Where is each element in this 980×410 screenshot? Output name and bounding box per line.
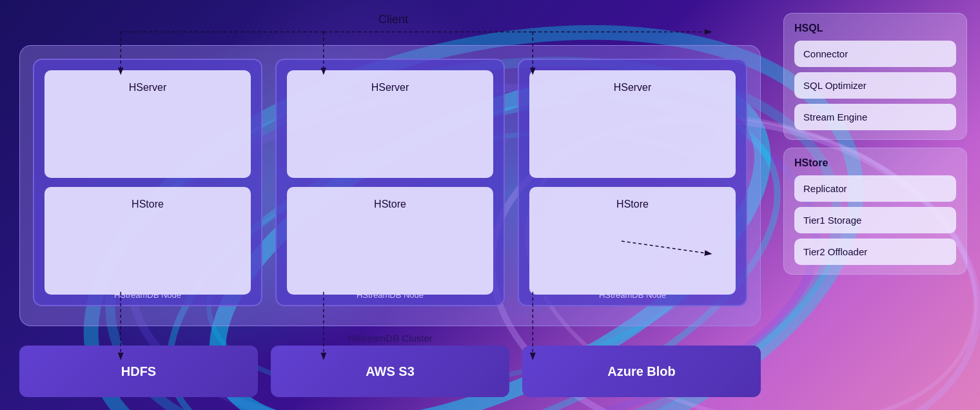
hsql-item-sql-optimizer: SQL Optimizer <box>794 72 956 99</box>
hstore-item-replicator: Replicator <box>794 175 956 202</box>
node-label-3: HStreamDB Node <box>519 290 746 300</box>
hstream-node-2: HServer HStore HStreamDB Node <box>275 59 505 306</box>
node-label-1: HStreamDB Node <box>34 290 261 300</box>
hsql-section: HSQL Connector SQL Optimizer Stream Engi… <box>783 13 967 140</box>
hstore-title: HStore <box>794 157 956 169</box>
right-panel: HSQL Connector SQL Optimizer Stream Engi… <box>774 13 967 397</box>
nodes-row: HServer HStore HStreamDB Node HServer HS… <box>33 59 747 306</box>
main-content: Client HServer HStore HStreamDB Node <box>0 0 980 410</box>
hsql-title: HSQL <box>794 23 956 34</box>
hsql-item-stream-engine: Stream Engine <box>794 104 956 130</box>
storage-azure: Azure Blob <box>522 346 761 397</box>
diagram-area: Client HServer HStore HStreamDB Node <box>13 13 774 397</box>
hstore-box-3: HStore <box>529 187 736 295</box>
hstore-item-tier2: Tier2 Offloader <box>794 239 956 265</box>
hstore-box-2: HStore <box>287 187 493 295</box>
hserver-box-2: HServer <box>287 70 493 178</box>
storage-row: HDFS AWS S3 Azure Blob <box>19 346 761 397</box>
hserver-box-1: HServer <box>44 70 251 178</box>
storage-s3: AWS S3 <box>271 346 509 397</box>
cluster-container: HServer HStore HStreamDB Node HServer HS… <box>19 45 761 326</box>
hstream-node-1: HServer HStore HStreamDB Node <box>33 59 262 306</box>
cluster-label: HStreamDB Cluster <box>348 333 433 344</box>
hserver-box-3: HServer <box>529 70 736 178</box>
hstream-node-3: HServer HStore HStreamDB Node <box>518 59 747 306</box>
client-label: Client <box>378 13 408 26</box>
node-label-2: HStreamDB Node <box>277 290 504 300</box>
hstore-section: HStore Replicator Tier1 Storage Tier2 Of… <box>783 148 967 275</box>
hsql-item-connector: Connector <box>794 41 956 67</box>
hstore-box-1: HStore <box>44 187 251 295</box>
hstore-item-tier1: Tier1 Storage <box>794 207 956 233</box>
storage-hdfs: HDFS <box>19 346 258 397</box>
